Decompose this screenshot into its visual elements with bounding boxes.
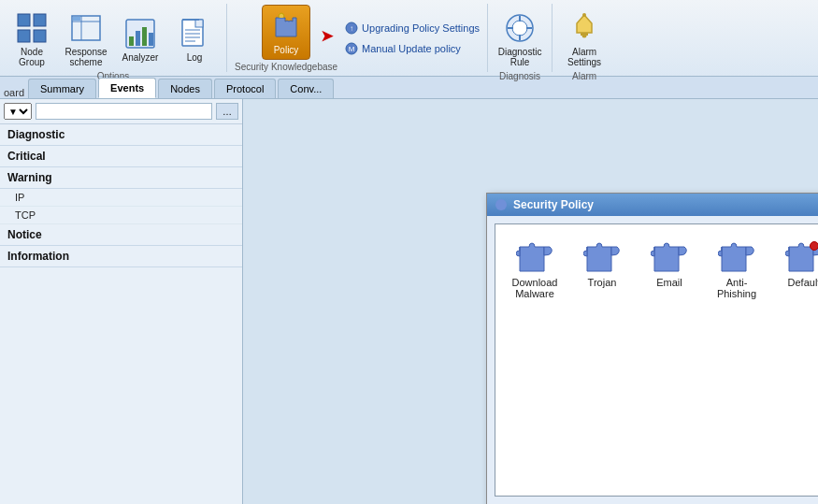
svg-text:M: M [349,45,355,53]
analyzer-button[interactable]: Analyzer [116,13,165,66]
svg-rect-0 [18,14,30,26]
security-policy-dialog: Security Policy ✕ [486,193,818,504]
security-kb-label: Security Knowledgebase [235,62,337,72]
tab-events[interactable]: Events [98,78,156,98]
toolbar-group-diagnosis: Diagnostic Rule Diagnosis [488,4,553,72]
tab-summary[interactable]: Summary [28,79,96,98]
svg-rect-1 [34,14,46,26]
tab-prefix: oard [0,83,28,98]
policy-text-items: ➤ ↑ Upgrading Policy Settings M Manual U… [337,20,480,57]
dialog-main-content: Download Malware Trojan [495,223,818,504]
dialog-title-icon [495,198,508,211]
sidebar-item-warning[interactable]: Warning [0,167,242,189]
svg-text:↑: ↑ [350,24,353,33]
svg-rect-10 [136,31,140,46]
sidebar-search-button[interactable]: … [216,103,238,120]
policy-label: Policy [274,45,299,55]
response-scheme-icon [69,11,103,45]
analyzer-label: Analyzer [122,52,159,63]
email-label: Email [656,277,682,288]
policy-item-download-malware[interactable]: Download Malware [505,234,565,303]
sidebar-item-information-label: Information [7,250,69,263]
diagnostic-rule-button[interactable]: Diagnostic Rule [495,7,544,71]
dialog-title: Security Policy [495,198,594,211]
content-area: Security Policy ✕ [243,99,818,504]
tab-protocol[interactable]: Protocol [214,79,276,98]
svg-rect-9 [129,36,134,46]
anti-phishing-label: Anti-Phishing [710,277,763,299]
policy-item-trojan[interactable]: Trojan [572,234,632,303]
dialog-body: Download Malware Trojan [487,216,818,504]
policy-item-email[interactable]: Email [639,234,699,303]
sidebar-item-ip[interactable]: IP [0,189,242,207]
alarm-settings-button[interactable]: Alarm Settings [560,7,609,71]
download-malware-label: Download Malware [509,277,561,299]
svg-rect-12 [149,33,153,46]
svg-rect-7 [73,17,80,21]
diagnosis-buttons: Diagnostic Rule [495,7,544,71]
tab-conv[interactable]: Conv... [278,79,334,98]
sidebar: ▼ … Diagnostic Critical Warning IP TCP N… [0,99,243,504]
alarm-settings-label: Alarm Settings [562,47,607,67]
log-label: Log [187,52,203,63]
alarm-group-label: Alarm [572,71,596,81]
main-area: ▼ … Diagnostic Critical Warning IP TCP N… [0,99,818,504]
svg-rect-3 [34,30,46,42]
email-puzzle-icon [651,238,688,275]
default-icon-container [785,238,818,275]
node-group-label: Node Group [9,47,54,67]
sidebar-search-dropdown[interactable]: ▼ [4,103,32,120]
trojan-label: Trojan [588,277,617,288]
tab-bar: oard Summary Events Nodes Protocol Conv.… [0,77,818,99]
sidebar-search-bar: ▼ … [0,99,242,124]
policy-icons-panel: Download Malware Trojan [495,223,818,497]
svg-rect-2 [18,30,30,42]
alarm-settings-icon [567,11,601,45]
upgrading-icon: ↑ [345,22,358,35]
upgrading-policy-text: Upgrading Policy Settings [362,22,480,34]
node-group-icon [15,11,49,45]
response-scheme-label: Response scheme [64,47,108,67]
sidebar-item-notice[interactable]: Notice [0,224,242,246]
dialog-title-text: Security Policy [513,198,594,211]
policy-item-anti-phishing[interactable]: Anti-Phishing [707,234,767,303]
sidebar-item-warning-label: Warning [7,171,52,184]
diagnostic-rule-icon [503,11,537,45]
svg-point-33 [495,199,507,210]
policy-icon [269,9,303,43]
sidebar-item-notice-label: Notice [7,228,42,241]
tab-nodes[interactable]: Nodes [158,79,212,98]
svg-rect-11 [142,27,147,46]
response-scheme-button[interactable]: Response scheme [62,7,110,71]
sidebar-item-tcp-label: TCP [15,209,36,221]
anti-phishing-puzzle-icon [718,238,755,275]
sidebar-item-diagnostic-label: Diagnostic [7,128,65,141]
toolbar-group-options: Node Group Response scheme [0,4,227,72]
alarm-buttons: Alarm Settings [560,7,609,71]
sidebar-item-ip-label: IP [15,192,24,203]
options-buttons: Node Group Response scheme [7,7,219,71]
upgrading-policy-link[interactable]: ↑ Upgrading Policy Settings [345,20,480,36]
sidebar-search-input[interactable] [36,103,212,120]
policy-item-default[interactable]: Default [774,234,818,303]
log-icon [178,17,211,50]
red-arrow-icon: ➤ [321,27,333,45]
sidebar-item-tcp[interactable]: TCP [0,207,242,224]
sidebar-item-critical[interactable]: Critical [0,146,242,167]
analyzer-icon [123,17,157,50]
default-red-dot [810,241,818,251]
svg-point-31 [582,34,587,38]
manual-update-link[interactable]: M Manual Update policy [345,40,480,57]
node-group-button[interactable]: Node Group [7,7,56,71]
svg-point-32 [582,13,586,17]
svg-rect-14 [195,20,203,27]
default-label: Default [788,277,818,288]
log-button[interactable]: Log [170,13,219,66]
toolbar-group-alarm: Alarm Settings Alarm [553,4,616,72]
sidebar-item-information[interactable]: Information [0,246,242,267]
download-malware-puzzle-icon [516,238,553,275]
sidebar-item-critical-label: Critical [7,150,46,163]
policy-button[interactable]: Policy [262,5,310,60]
sidebar-item-diagnostic[interactable]: Diagnostic [0,124,242,146]
trojan-puzzle-icon [583,238,621,275]
